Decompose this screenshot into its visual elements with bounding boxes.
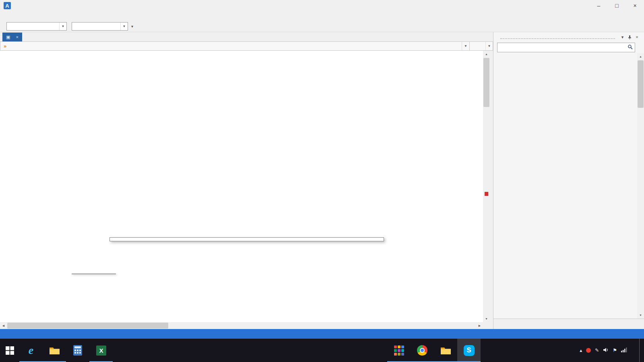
- sub-selector-chevron-icon[interactable]: ▼: [462, 42, 469, 50]
- side-panel-tabs: [493, 319, 644, 329]
- flag-tray-icon[interactable]: ⚑: [613, 348, 617, 353]
- chrome-icon[interactable]: [411, 339, 434, 362]
- maximize-button[interactable]: □: [608, 0, 626, 11]
- app-launcher-icon[interactable]: [387, 339, 411, 362]
- tab-main[interactable]: ▣ ×: [2, 33, 22, 41]
- taskbar: e X S ▴ ✎ ⚑: [0, 339, 644, 362]
- documentation-popup: [109, 237, 384, 241]
- window-controls: – □ ×: [590, 0, 644, 11]
- pin-icon[interactable]: [627, 35, 633, 39]
- calculator-icon[interactable]: [66, 339, 89, 362]
- build-target-select[interactable]: ▼: [72, 22, 128, 31]
- file-explorer-icon[interactable]: [43, 339, 66, 362]
- tray-expand-icon[interactable]: ▴: [580, 348, 582, 353]
- scroll-left-icon[interactable]: ◀: [0, 322, 7, 329]
- header-leader: [500, 38, 615, 39]
- chevron-down-icon: ▼: [485, 42, 493, 50]
- volume-icon[interactable]: [603, 347, 609, 354]
- chevron-down-icon: ▼: [59, 23, 66, 30]
- libraries-scroll-thumb[interactable]: [638, 60, 644, 108]
- minimize-button[interactable]: –: [590, 0, 608, 11]
- scroll-right-icon[interactable]: ▶: [476, 322, 483, 329]
- toolbar: ▼ ▼ ▾: [0, 21, 644, 32]
- start-button[interactable]: [0, 339, 19, 362]
- filter-input[interactable]: [500, 44, 627, 51]
- tab-strip: ▣ ×: [0, 32, 493, 41]
- vertical-scroll-thumb[interactable]: [483, 58, 489, 107]
- title-bar: A – □ ×: [0, 0, 644, 11]
- libraries-scrollbar[interactable]: ▲ ▼: [637, 53, 644, 319]
- excel-icon[interactable]: X: [89, 339, 113, 362]
- close-button[interactable]: ×: [626, 0, 644, 11]
- svg-text:X: X: [99, 347, 103, 354]
- pen-tray-icon[interactable]: ✎: [595, 348, 599, 353]
- scroll-up-icon[interactable]: ▲: [483, 51, 490, 58]
- zoom-select[interactable]: ▼: [469, 42, 493, 50]
- horizontal-scroll-thumb[interactable]: [7, 323, 168, 329]
- panel-close-icon[interactable]: ×: [634, 35, 640, 39]
- autocomplete-popup: [72, 274, 116, 274]
- scroll-down-icon[interactable]: ▼: [483, 315, 490, 322]
- b4a-app-icon: A: [4, 2, 11, 9]
- editor-header: » ▼ ▼: [0, 41, 493, 51]
- system-tray: ▴ ✎ ⚑: [580, 339, 642, 362]
- libraries-header: ▾ ×: [493, 32, 644, 42]
- scroll-down-icon[interactable]: ▼: [637, 312, 644, 319]
- library-list: [493, 53, 638, 319]
- library-filter-row: [493, 42, 644, 53]
- antivirus-tray-icon[interactable]: [586, 348, 591, 353]
- status-bar: [0, 329, 644, 339]
- network-icon[interactable]: [621, 347, 627, 354]
- code-editor[interactable]: [0, 51, 483, 322]
- toolbar-overflow-icon[interactable]: ▾: [131, 24, 133, 29]
- panel-menu-chevron-icon[interactable]: ▾: [619, 35, 625, 40]
- search-icon[interactable]: [627, 44, 633, 51]
- skype-icon[interactable]: S: [457, 339, 481, 362]
- sub-icon: »: [4, 43, 6, 49]
- internet-explorer-icon[interactable]: e: [19, 339, 43, 362]
- error-marker: [485, 192, 488, 196]
- scroll-up-icon[interactable]: ▲: [637, 53, 644, 60]
- tab-close-icon[interactable]: ×: [16, 35, 18, 39]
- libraries-panel: ▾ × ▲ ▼: [493, 32, 644, 329]
- b4a-ide-window: A – □ × ▼ ▼ ▾ ▣ × » ▼: [0, 0, 644, 362]
- show-desktop-button[interactable]: [639, 339, 642, 362]
- module-icon: ▣: [6, 35, 10, 40]
- editor-vertical-scrollbar[interactable]: ▲ ▼: [483, 51, 490, 322]
- chevron-down-icon: ▼: [120, 23, 128, 30]
- folder-icon[interactable]: [434, 339, 457, 362]
- menu-bar: [0, 11, 644, 21]
- build-configuration-select[interactable]: ▼: [6, 22, 67, 31]
- editor-horizontal-scrollbar[interactable]: ◀ ▶: [0, 322, 483, 329]
